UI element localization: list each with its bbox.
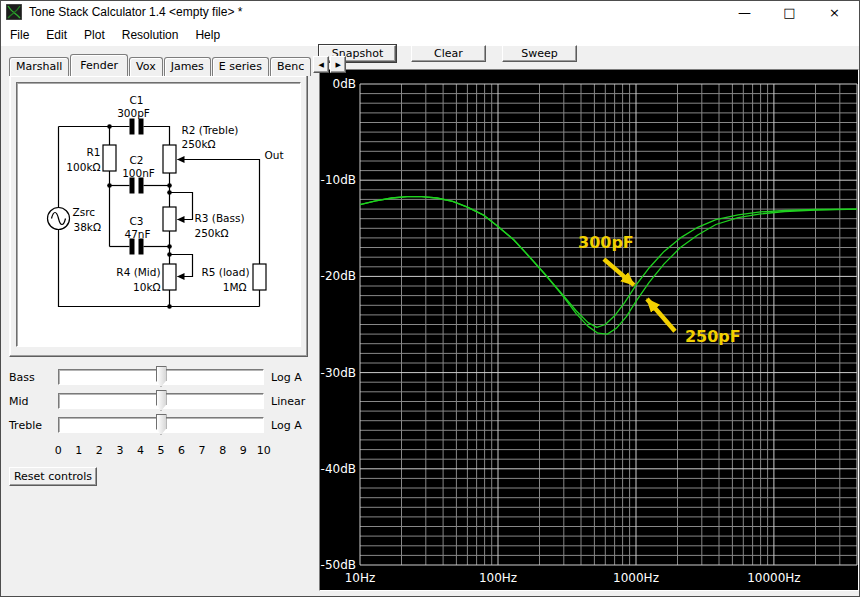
bass-slider-track[interactable] [58,369,264,385]
treble-slider-thumb[interactable] [156,414,167,435]
c3-name: C3 [129,215,143,227]
scale-tick-1: 1 [69,444,90,457]
scale-tick-7: 7 [192,444,213,457]
x-tick-label: 10000Hz [747,571,801,585]
treble-taper-label: Log A [271,419,302,432]
r4-name: R4 (Mid) [116,266,160,278]
scale-tick-9: 9 [233,444,254,457]
circuit-panel: C1 300pF R2 (Treble) 250kΩ R1 100kΩ C2 1… [16,82,301,347]
y-tick-label: -20dB [321,269,356,283]
bass-label: Bass [9,371,35,384]
scale-tick-10: 10 [253,444,274,457]
mid-slider-track[interactable] [58,393,264,409]
response-plot: 300pF250pF0dB-10dB-20dB-30dB-40dB-50dB10… [320,70,858,590]
title-bar: Tone Stack Calculator 1.4 <empty file> *… [1,1,859,23]
slider-scale: 012345678910 [48,444,274,457]
r4-value: 10kΩ [133,281,160,293]
scale-tick-4: 4 [130,444,151,457]
window-controls: — □ × [722,1,857,23]
app-window: Tone Stack Calculator 1.4 <empty file> *… [0,0,860,597]
x-tick-label: 1000Hz [613,571,659,585]
scale-tick-8: 8 [212,444,233,457]
scale-tick-3: 3 [110,444,131,457]
close-icon[interactable]: × [812,1,857,23]
minimize-icon[interactable]: — [722,1,767,23]
bass-taper-label: Log A [271,371,302,384]
mid-slider-thumb[interactable] [156,390,167,411]
r3-value: 250kΩ [195,227,229,239]
menu-item-help[interactable]: Help [195,28,220,42]
clear-button[interactable]: Clear [411,45,486,62]
r5-value: 1MΩ [223,281,247,293]
r1-value: 100kΩ [66,161,100,173]
reset-controls-button[interactable]: Reset controls [9,467,97,486]
maximize-icon[interactable]: □ [767,1,812,23]
annotation-label-250pF: 250pF [685,327,741,346]
r2-name: R2 (Treble) [182,124,239,136]
sweep-button[interactable]: Sweep [502,45,577,62]
tab-vox[interactable]: Vox [129,57,163,76]
treble-slider-track[interactable] [58,417,264,433]
circuit-diagram: C1 300pF R2 (Treble) 250kΩ R1 100kΩ C2 1… [17,83,300,346]
scale-tick-0: 0 [48,444,69,457]
x-tick-label: 10Hz [345,571,376,585]
bass-slider-row: BassLog A [1,369,308,389]
y-tick-label: -40dB [321,462,356,476]
zsrc-value: 38kΩ [74,221,101,233]
r2-value: 250kΩ [182,138,216,150]
c3-value: 47nF [124,228,150,240]
menu-item-file[interactable]: File [10,28,29,42]
r3-name: R3 (Bass) [195,212,245,224]
treble-label: Treble [9,419,42,432]
y-tick-label: -50dB [321,558,356,572]
tab-fender[interactable]: Fender [70,54,128,76]
tab-e-series[interactable]: E series [212,57,269,76]
mid-label: Mid [9,395,29,408]
tab-strip: MarshallFenderVoxJamesE seriesBenc◀▶ [9,54,346,76]
menu-item-edit[interactable]: Edit [46,28,67,42]
tab-marshall[interactable]: Marshall [9,57,69,76]
r1-name: R1 [87,146,101,158]
c1-value: 300pF [117,107,150,119]
mid-taper-label: Linear [271,395,305,408]
c1-name: C1 [129,94,143,106]
tab-page-fender: C1 300pF R2 (Treble) 250kΩ R1 100kΩ C2 1… [9,75,308,357]
zsrc-name: Zsrc [73,206,96,218]
y-tick-label: -10dB [321,173,356,187]
scale-tick-2: 2 [89,444,110,457]
tab-scroll-left-icon[interactable]: ◀ [313,56,329,73]
scale-tick-6: 6 [171,444,192,457]
tab-benc[interactable]: Benc [270,57,311,76]
y-tick-label: 0dB [333,77,356,91]
window-title: Tone Stack Calculator 1.4 <empty file> * [29,5,242,19]
out-label: Out [265,149,284,161]
tab-james[interactable]: James [164,57,211,76]
mid-slider-row: MidLinear [1,393,308,413]
menu-item-resolution[interactable]: Resolution [122,28,179,42]
bass-slider-thumb[interactable] [156,366,167,387]
tab-scroll-right-icon[interactable]: ▶ [330,56,346,73]
r5-name: R5 (load) [202,266,250,278]
x-tick-label: 100Hz [479,571,517,585]
annotation-label-300pF: 300pF [578,233,634,252]
menu-bar: FileEditPlotResolutionHelp [1,23,859,46]
c2-name: C2 [129,154,143,166]
app-icon [6,4,22,20]
y-tick-label: -30dB [321,366,356,380]
scale-tick-5: 5 [151,444,172,457]
c2-value: 100nF [122,167,155,179]
menu-item-plot[interactable]: Plot [84,28,105,42]
frequency-response-graph: 300pF250pF0dB-10dB-20dB-30dB-40dB-50dB10… [319,69,859,591]
treble-slider-row: TrebleLog A [1,417,308,437]
